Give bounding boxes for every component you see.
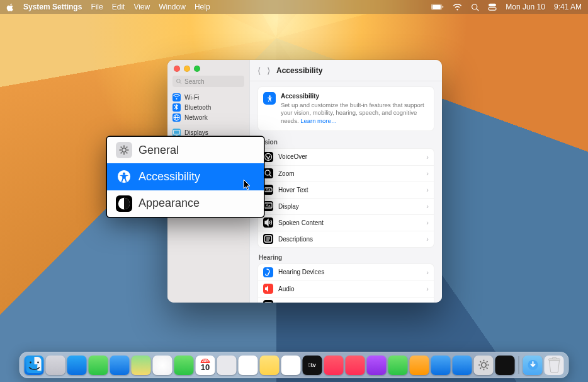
spotlight-icon[interactable] [471,3,479,11]
menubar-time[interactable]: 9:41 AM [554,3,582,11]
fullscreen-button[interactable] [194,66,200,72]
ear-icon [263,267,273,277]
sidebar-item-wi-fi[interactable]: Wi-Fi [167,92,249,102]
settings-row-label: Captions [278,302,303,303]
hover-icon: Aa [263,185,273,195]
dock-app-launchpad[interactable] [46,356,65,375]
callout-item-appearance[interactable]: Appearance [107,190,264,217]
dock: JUN10tv [20,352,569,378]
dock-app-notes[interactable] [260,356,280,375]
settings-row-display[interactable]: AaDisplay› [258,198,434,214]
wifi-icon[interactable] [453,4,462,11]
zoom-icon [263,168,273,178]
learn-more-link[interactable]: Learn more… [300,117,337,124]
dock-app-finder[interactable] [25,356,44,375]
sidebar-item-displays[interactable]: Displays [167,127,249,137]
window-controls [167,60,249,76]
menubar: System Settings File Edit View Window He… [0,0,588,14]
settings-row-captions[interactable]: CCCaptions› [258,297,434,303]
callout-item-accessibility[interactable]: Accessibility [107,163,264,190]
dock-divider [519,356,519,374]
dock-app-facetime[interactable] [174,356,194,375]
dock-app-keynote[interactable] [431,356,451,375]
bt-icon [172,103,181,112]
svg-line-21 [269,175,271,177]
menubar-item-help[interactable]: Help [195,3,210,11]
section-label-hearing: Hearing [259,254,433,261]
svg-rect-6 [489,8,496,10]
minimize-button[interactable] [184,66,190,72]
dock-app-maps[interactable] [132,356,151,375]
callout-item-general[interactable]: General [107,137,264,163]
dock-app-appstore[interactable] [453,356,472,375]
sidebar-item-network[interactable]: Network [167,112,249,122]
main-content: ⟨ ⟩ Accessibility Accessibility Set up a… [249,60,442,303]
dock-app-news[interactable] [346,356,365,375]
dock-app-reminders[interactable] [239,356,258,375]
battery-icon[interactable] [431,4,444,10]
dock-app-pages[interactable] [410,356,429,375]
settings-row-zoom[interactable]: Zoom› [258,165,434,182]
svg-point-18 [269,95,271,97]
chevron-right-icon: › [426,202,429,210]
sidebar-callout: GeneralAccessibilityAppearance [107,137,264,217]
settings-row-voiceover[interactable]: VoiceOver› [258,149,434,165]
gear-icon [116,142,132,158]
dock-app-trash[interactable] [545,356,564,375]
control-center-icon[interactable] [488,3,497,11]
dock-app-calendar[interactable]: JUN10 [196,356,215,375]
menubar-item-edit[interactable]: Edit [112,3,125,11]
settings-row-spoken-content[interactable]: Spoken Content› [258,214,434,231]
callout-item-label: Appearance [139,197,200,210]
settings-row-label: Spoken Content [278,219,324,226]
dock-app-numbers[interactable] [388,356,408,375]
dock-app-contacts[interactable] [217,356,237,375]
menubar-item-view[interactable]: View [133,3,150,11]
settings-row-audio[interactable]: Audio› [258,281,434,297]
svg-line-4 [477,8,478,10]
sidebar-item-label: Network [184,114,208,121]
menubar-date[interactable]: Mon Jun 10 [506,3,545,11]
back-button[interactable]: ⟨ [257,66,261,76]
sidebar-item-bluetooth[interactable]: Bluetooth [167,102,249,112]
access-icon [116,168,132,185]
dock-app-photos[interactable] [153,356,172,375]
dock-app-podcasts[interactable] [367,356,387,375]
settings-row-descriptions[interactable]: Descriptions› [258,231,434,247]
dock-app-music[interactable] [324,356,344,375]
chevron-right-icon: › [426,235,429,243]
dock-app-tv[interactable]: tv [303,356,322,375]
info-banner: Accessibility Set up and customize the b… [257,86,434,131]
menubar-item-file[interactable]: File [91,3,103,11]
chevron-right-icon: › [426,153,429,161]
svg-point-47 [481,362,486,368]
dock-app-messages[interactable] [89,356,108,375]
settings-row-hover-text[interactable]: AaHover Text› [258,182,434,198]
dock-app-iphone-mirror[interactable] [495,356,515,375]
display-icon [172,129,181,137]
svg-point-42 [123,173,125,175]
chevron-right-icon: › [426,285,429,292]
sidebar-item-label: Bluetooth [184,104,211,111]
chevron-right-icon: › [426,186,429,194]
dock-app-settings[interactable] [474,356,494,375]
sidebar-item-label: Displays [184,129,208,136]
menubar-item-window[interactable]: Window [159,3,186,11]
settings-row-hearing-devices[interactable]: Hearing Devices› [258,264,434,281]
dock-app-mail[interactable] [110,356,130,375]
appear-icon [116,195,132,212]
search-input[interactable]: Search [172,76,244,87]
svg-point-20 [265,170,270,175]
dock-app-safari[interactable] [67,356,87,375]
dock-app-downloads[interactable] [523,356,543,375]
forward-button[interactable]: ⟩ [267,66,270,76]
menubar-app-name[interactable]: System Settings [23,3,82,11]
section-group-vision: VoiceOver›Zoom›AaHover Text›AaDisplay›Sp… [257,148,434,248]
close-button[interactable] [174,66,180,72]
search-placeholder: Search [184,78,205,85]
accessibility-icon [263,92,276,105]
disp2-icon: Aa [263,201,273,211]
banner-heading: Accessibility [281,92,429,101]
dock-app-freeform[interactable] [281,356,301,375]
apple-logo[interactable] [6,3,14,11]
